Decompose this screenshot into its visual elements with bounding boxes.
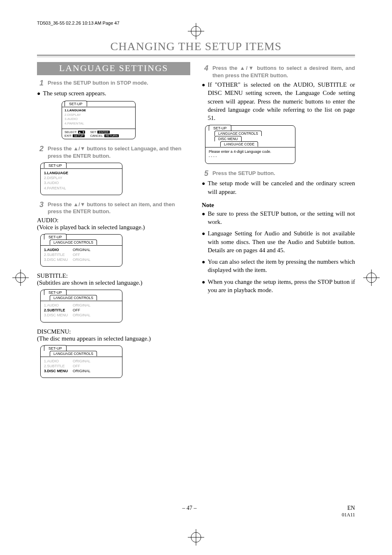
subtitle-label: SUBTITLE: — [37, 272, 190, 279]
page-number: – 47 – — [182, 505, 196, 518]
osd-t3: DISC MENU — [214, 136, 242, 141]
step-num: 3 — [39, 201, 44, 209]
osd-main-menu: SET-UP 1.LANGUAGE 2.DISPLAY 3.AUDIO 4.PA… — [62, 101, 136, 139]
bullet-text: The setup mode will be canceled and the … — [208, 179, 355, 196]
note-item: ● When you change the setup items, press… — [202, 278, 355, 295]
osd-row-val: ORIGINAL — [73, 313, 90, 318]
title-rule — [37, 55, 355, 57]
osd-t2: LANGUAGE CONTROLS — [214, 131, 262, 136]
osd-row-label: 3.DISC MENU — [44, 257, 73, 262]
note-heading: Note — [202, 202, 355, 209]
osd-subtitle: LANGUAGE CONTROLS — [50, 351, 97, 356]
bullet-dot: ● — [202, 229, 205, 238]
osd-title: SET-UP — [44, 345, 67, 351]
osd-row-val: ORIGINAL — [73, 303, 90, 308]
osd-item: 4.PARENTAL — [65, 122, 133, 126]
discmenu-desc: (The disc menu appears in selected langu… — [37, 335, 190, 342]
crop-mark-right — [363, 269, 380, 286]
osd-title: SET-UP — [44, 162, 67, 168]
osd-subtitle: LANGUAGE CONTROLS — [50, 295, 97, 300]
bullet-cancel: ● The setup mode will be canceled and th… — [202, 179, 355, 196]
osd-title: SET-UP — [44, 289, 67, 295]
osd-audio: SET-UP LANGUAGE CONTROLS 1.AUDIOORIGINAL… — [40, 234, 122, 267]
osd-row-label: 2.SUBTITLE — [44, 308, 73, 313]
osd-item: 3.AUDIO — [65, 117, 133, 122]
bullet-text: If "OTHER" is selected on the AUDIO, SUB… — [208, 81, 355, 122]
bullet-dot: ● — [202, 278, 205, 286]
osd-item: 2.DISPLAY — [44, 175, 119, 180]
bullet-setup-appears: ● The setup screen appears. — [37, 89, 190, 98]
osd-title: SET-UP — [44, 234, 67, 240]
osd-dashes: - - - - — [209, 154, 292, 159]
osd-discmenu: SET-UP LANGUAGE CONTROLS 1.AUDIOORIGINAL… — [40, 345, 122, 378]
osd-item: 4.PARENTAL — [44, 186, 119, 191]
section-banner: LANGUAGE SETTINGS — [37, 62, 190, 75]
osd-subtitle: LANGUAGE CONTROLS — [50, 240, 97, 245]
note-item: ● Be sure to press the SETUP button, or … — [202, 210, 355, 226]
osd-subtitle: SET-UP LANGUAGE CONTROLS 1.AUDIOORIGINAL… — [40, 290, 122, 322]
osd-t1: SET-UP — [209, 125, 231, 131]
osd-title: SET-UP — [65, 101, 87, 106]
osd-item: 3.AUDIO — [44, 180, 119, 185]
step-num: 4 — [204, 64, 208, 73]
bullet-dot: ● — [37, 89, 40, 98]
osd-row-label: 2.SUBTITLE — [44, 252, 73, 257]
step-text: Press the ▲/▼ buttons to select a desire… — [212, 64, 355, 79]
note-text: When you change the setup items, press t… — [208, 278, 355, 295]
step-num: 1 — [39, 79, 44, 88]
osd-row-val: ORIGINAL — [73, 247, 90, 252]
audio-desc: (Voice is played back in selected langua… — [37, 224, 190, 231]
step-2: 2 Press the ▲/▼ buttons to select Langua… — [39, 145, 190, 159]
step-text: Press the SETUP button. — [212, 170, 275, 177]
note-text: Language Setting for Audio and Subtitle … — [208, 229, 355, 254]
step-1: 1 Press the SETUP button in STOP mode. — [39, 79, 190, 88]
page-title: CHANGING THE SETUP ITEMS — [37, 40, 355, 53]
crop-mark-bottom — [188, 529, 204, 546]
osd-item: 1.LANGUAGE — [44, 170, 119, 175]
osd-item: 1.LANGUAGE — [65, 108, 133, 113]
step-5: 5 Press the SETUP button. — [204, 170, 355, 178]
step-num: 2 — [39, 145, 44, 153]
osd-row-label: 3.DISC MENU — [44, 313, 73, 318]
osd-row-val: OFF — [73, 364, 80, 368]
audio-label: AUDIO: — [37, 217, 190, 224]
note-text: You can also select the item by pressing… — [208, 258, 355, 274]
bullet-text: The setup screen appears. — [43, 89, 106, 97]
osd-footer: SELECT: ▲▼ EXIT: SETUP SET: ENTER CANCEL… — [62, 129, 136, 138]
osd-row-label: 1.AUDIO — [44, 247, 73, 252]
subtitle-desc: (Subtitles are shown in selected languag… — [37, 279, 190, 286]
note-item: ● Language Setting for Audio and Subtitl… — [202, 229, 355, 254]
bullet-dot: ● — [202, 179, 205, 188]
osd-t4: LANGUAGE CODE — [220, 141, 258, 147]
osd-row-val: ORIGINAL — [73, 368, 90, 373]
step-num: 5 — [204, 170, 208, 178]
note-item: ● You can also select the item by pressi… — [202, 258, 355, 274]
osd-language-select: SET-UP 1.LANGUAGE 2.DISPLAY 3.AUDIO 4.PA… — [40, 163, 122, 195]
crop-mark-top — [188, 23, 204, 39]
osd-row-val: OFF — [73, 252, 80, 257]
osd-prompt: Please enter a 4-digit Language code. — [209, 149, 292, 154]
osd-row-val: ORIGINAL — [73, 257, 90, 262]
bullet-other: ● If "OTHER" is selected on the AUDIO, S… — [202, 81, 355, 122]
osd-row-val: OFF — [73, 308, 80, 313]
bullet-dot: ● — [202, 81, 205, 89]
bullet-dot: ● — [202, 210, 205, 218]
osd-row-label: 3.DISC MENU — [44, 368, 73, 373]
step-4: 4 Press the ▲/▼ buttons to select a desi… — [204, 64, 355, 79]
osd-row-label: 1.AUDIO — [44, 359, 73, 364]
footer-lang: EN — [347, 505, 355, 511]
osd-row-label: 2.SUBTITLE — [44, 364, 73, 368]
crop-mark-left — [12, 269, 29, 286]
osd-language-code: SET-UP LANGUAGE CONTROLS DISC MENU LANGU… — [205, 125, 295, 164]
step-3: 3 Press the ▲/▼ buttons to select an ite… — [39, 201, 190, 215]
note-text: Be sure to press the SETUP button, or th… — [208, 210, 355, 226]
footer-code: 01A11 — [342, 512, 355, 518]
step-text: Press the ▲/▼ buttons to select an item,… — [48, 201, 190, 215]
discmenu-label: DISCMENU: — [37, 328, 190, 335]
step-text: Press the SETUP button in STOP mode. — [48, 79, 148, 87]
page-footer: – 47 – EN 01A11 — [37, 505, 355, 518]
osd-row-val: ORIGINAL — [73, 359, 90, 364]
osd-row-label: 1.AUDIO — [44, 303, 73, 308]
osd-item: 2.DISPLAY — [65, 113, 133, 117]
bullet-dot: ● — [202, 258, 205, 266]
